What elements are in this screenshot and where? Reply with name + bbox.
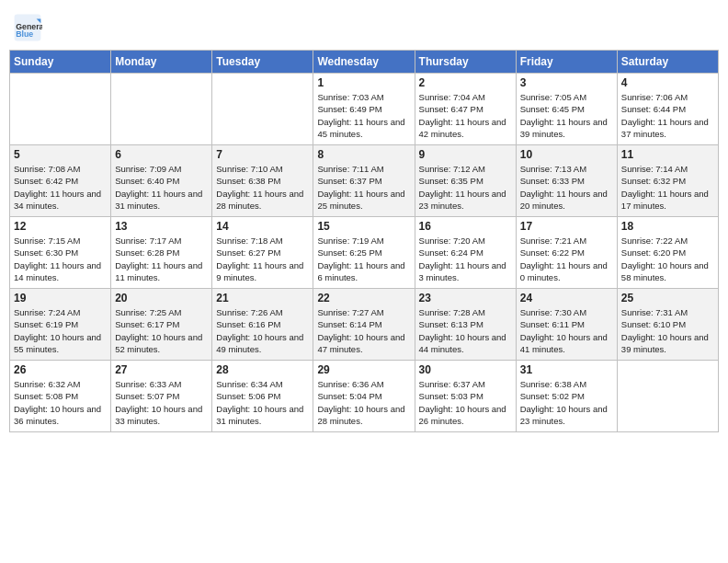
calendar-week-row: 1Sunrise: 7:03 AM Sunset: 6:49 PM Daylig… (10, 74, 719, 145)
calendar-cell: 14Sunrise: 7:18 AM Sunset: 6:27 PM Dayli… (212, 217, 313, 289)
calendar-cell (617, 361, 718, 432)
calendar-cell: 18Sunrise: 7:22 AM Sunset: 6:20 PM Dayli… (617, 217, 718, 289)
page-header: General Blue (9, 9, 719, 42)
day-info: Sunrise: 7:12 AM Sunset: 6:35 PM Dayligh… (419, 163, 512, 212)
calendar-cell: 24Sunrise: 7:30 AM Sunset: 6:11 PM Dayli… (516, 289, 617, 361)
day-number: 20 (115, 292, 208, 304)
day-number: 30 (419, 363, 512, 376)
day-info: Sunrise: 7:25 AM Sunset: 6:17 PM Dayligh… (115, 306, 208, 355)
day-number: 15 (317, 220, 410, 233)
calendar-header-row: SundayMondayTuesdayWednesdayThursdayFrid… (10, 51, 719, 74)
day-info: Sunrise: 7:03 AM Sunset: 6:49 PM Dayligh… (317, 91, 410, 140)
calendar-cell: 23Sunrise: 7:28 AM Sunset: 6:13 PM Dayli… (415, 289, 516, 361)
logo-icon: General Blue (13, 13, 42, 42)
day-info: Sunrise: 7:06 AM Sunset: 6:44 PM Dayligh… (621, 91, 714, 140)
calendar-cell: 16Sunrise: 7:20 AM Sunset: 6:24 PM Dayli… (415, 217, 516, 289)
day-of-week-header: Monday (111, 51, 212, 74)
calendar-cell: 29Sunrise: 6:36 AM Sunset: 5:04 PM Dayli… (313, 361, 415, 432)
day-info: Sunrise: 7:15 AM Sunset: 6:30 PM Dayligh… (14, 235, 107, 283)
day-info: Sunrise: 6:38 AM Sunset: 5:02 PM Dayligh… (520, 378, 613, 427)
calendar-cell: 15Sunrise: 7:19 AM Sunset: 6:25 PM Dayli… (313, 217, 415, 289)
calendar-cell (212, 74, 313, 145)
day-number: 13 (115, 220, 208, 233)
calendar-cell: 11Sunrise: 7:14 AM Sunset: 6:32 PM Dayli… (617, 145, 718, 217)
calendar-week-row: 19Sunrise: 7:24 AM Sunset: 6:19 PM Dayli… (10, 289, 719, 361)
logo: General Blue (13, 13, 46, 42)
day-of-week-header: Saturday (617, 51, 718, 74)
svg-text:Blue: Blue (16, 29, 33, 39)
day-info: Sunrise: 7:14 AM Sunset: 6:32 PM Dayligh… (621, 163, 714, 212)
calendar-week-row: 12Sunrise: 7:15 AM Sunset: 6:30 PM Dayli… (10, 217, 719, 289)
day-info: Sunrise: 7:05 AM Sunset: 6:45 PM Dayligh… (520, 91, 613, 140)
calendar-cell: 7Sunrise: 7:10 AM Sunset: 6:38 PM Daylig… (212, 145, 313, 217)
day-number: 17 (520, 220, 613, 233)
day-number: 4 (621, 76, 714, 89)
calendar-cell: 8Sunrise: 7:11 AM Sunset: 6:37 PM Daylig… (313, 145, 415, 217)
day-number: 23 (419, 292, 512, 304)
day-info: Sunrise: 7:20 AM Sunset: 6:24 PM Dayligh… (419, 235, 512, 283)
day-number: 29 (317, 363, 410, 376)
day-number: 7 (216, 148, 309, 161)
day-number: 27 (115, 363, 208, 376)
calendar-cell: 21Sunrise: 7:26 AM Sunset: 6:16 PM Dayli… (212, 289, 313, 361)
day-info: Sunrise: 7:21 AM Sunset: 6:22 PM Dayligh… (520, 235, 613, 283)
day-number: 14 (216, 220, 309, 233)
day-info: Sunrise: 7:09 AM Sunset: 6:40 PM Dayligh… (115, 163, 208, 212)
day-of-week-header: Friday (516, 51, 617, 74)
day-number: 10 (520, 148, 613, 161)
day-info: Sunrise: 7:30 AM Sunset: 6:11 PM Dayligh… (520, 306, 613, 355)
day-number: 8 (317, 148, 410, 161)
day-number: 2 (419, 76, 512, 89)
day-number: 28 (216, 363, 309, 376)
day-number: 24 (520, 292, 613, 304)
calendar-cell: 4Sunrise: 7:06 AM Sunset: 6:44 PM Daylig… (617, 74, 718, 145)
day-number: 16 (419, 220, 512, 233)
day-number: 31 (520, 363, 613, 376)
day-info: Sunrise: 7:18 AM Sunset: 6:27 PM Dayligh… (216, 235, 309, 283)
day-number: 18 (621, 220, 714, 233)
day-number: 25 (621, 292, 714, 304)
day-number: 26 (14, 363, 107, 376)
calendar-week-row: 26Sunrise: 6:32 AM Sunset: 5:08 PM Dayli… (10, 361, 719, 432)
day-of-week-header: Thursday (415, 51, 516, 74)
day-info: Sunrise: 6:33 AM Sunset: 5:07 PM Dayligh… (115, 378, 208, 427)
day-number: 6 (115, 148, 208, 161)
calendar-week-row: 5Sunrise: 7:08 AM Sunset: 6:42 PM Daylig… (10, 145, 719, 217)
day-info: Sunrise: 6:37 AM Sunset: 5:03 PM Dayligh… (419, 378, 512, 427)
calendar-cell: 5Sunrise: 7:08 AM Sunset: 6:42 PM Daylig… (10, 145, 111, 217)
calendar-cell: 31Sunrise: 6:38 AM Sunset: 5:02 PM Dayli… (516, 361, 617, 432)
day-info: Sunrise: 7:11 AM Sunset: 6:37 PM Dayligh… (317, 163, 410, 212)
day-number: 1 (317, 76, 410, 89)
day-number: 21 (216, 292, 309, 304)
calendar-cell: 6Sunrise: 7:09 AM Sunset: 6:40 PM Daylig… (111, 145, 212, 217)
day-of-week-header: Wednesday (313, 51, 415, 74)
calendar-cell: 25Sunrise: 7:31 AM Sunset: 6:10 PM Dayli… (617, 289, 718, 361)
day-info: Sunrise: 7:28 AM Sunset: 6:13 PM Dayligh… (419, 306, 512, 355)
day-info: Sunrise: 7:13 AM Sunset: 6:33 PM Dayligh… (520, 163, 613, 212)
day-of-week-header: Sunday (10, 51, 111, 74)
day-number: 11 (621, 148, 714, 161)
calendar-cell: 20Sunrise: 7:25 AM Sunset: 6:17 PM Dayli… (111, 289, 212, 361)
day-number: 5 (14, 148, 107, 161)
calendar-table: SundayMondayTuesdayWednesdayThursdayFrid… (9, 50, 719, 432)
day-number: 19 (14, 292, 107, 304)
day-info: Sunrise: 7:19 AM Sunset: 6:25 PM Dayligh… (317, 235, 410, 283)
day-info: Sunrise: 7:04 AM Sunset: 6:47 PM Dayligh… (419, 91, 512, 140)
calendar-cell: 26Sunrise: 6:32 AM Sunset: 5:08 PM Dayli… (10, 361, 111, 432)
day-info: Sunrise: 7:24 AM Sunset: 6:19 PM Dayligh… (14, 306, 107, 355)
calendar-cell: 10Sunrise: 7:13 AM Sunset: 6:33 PM Dayli… (516, 145, 617, 217)
day-of-week-header: Tuesday (212, 51, 313, 74)
day-info: Sunrise: 6:36 AM Sunset: 5:04 PM Dayligh… (317, 378, 410, 427)
calendar-cell: 30Sunrise: 6:37 AM Sunset: 5:03 PM Dayli… (415, 361, 516, 432)
calendar-cell (10, 74, 111, 145)
day-info: Sunrise: 7:10 AM Sunset: 6:38 PM Dayligh… (216, 163, 309, 212)
day-info: Sunrise: 7:22 AM Sunset: 6:20 PM Dayligh… (621, 235, 714, 283)
calendar-cell: 1Sunrise: 7:03 AM Sunset: 6:49 PM Daylig… (313, 74, 415, 145)
calendar-cell: 13Sunrise: 7:17 AM Sunset: 6:28 PM Dayli… (111, 217, 212, 289)
day-info: Sunrise: 7:17 AM Sunset: 6:28 PM Dayligh… (115, 235, 208, 283)
day-info: Sunrise: 7:31 AM Sunset: 6:10 PM Dayligh… (621, 306, 714, 355)
day-info: Sunrise: 6:32 AM Sunset: 5:08 PM Dayligh… (14, 378, 107, 427)
day-number: 3 (520, 76, 613, 89)
day-info: Sunrise: 7:26 AM Sunset: 6:16 PM Dayligh… (216, 306, 309, 355)
day-info: Sunrise: 7:27 AM Sunset: 6:14 PM Dayligh… (317, 306, 410, 355)
